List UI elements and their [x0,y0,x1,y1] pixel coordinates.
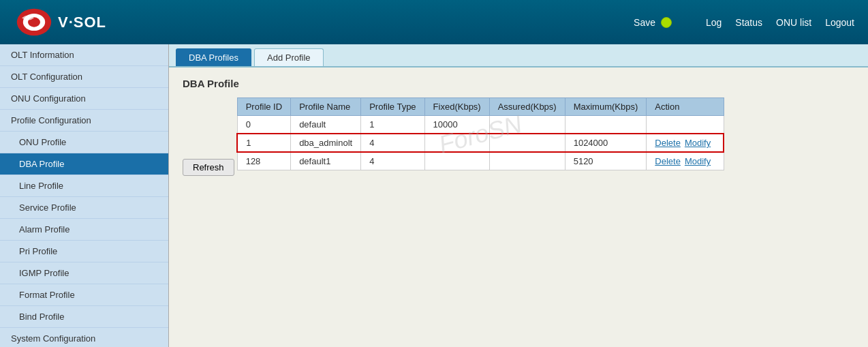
cell-profile-id: 1 [237,134,290,152]
col-header-profile-type: Profile Type [361,98,424,116]
col-header-maximum-kbps-: Maximum(Kbps) [565,98,647,116]
status-link[interactable]: Status [735,17,762,28]
dba-profile-table: Profile IDProfile NameProfile TypeFixed(… [236,97,724,170]
sidebar-item-igmp-profile[interactable]: IGMP Profile [0,262,168,284]
table-row: 128default145120DeleteModify [237,152,724,170]
cell-profile-id: 0 [237,116,290,134]
cell-fixed-kbps-: 10000 [424,116,489,134]
col-header-action: Action [647,98,724,116]
page-title: DBA Profile [183,78,854,89]
col-header-profile-id: Profile ID [237,98,290,116]
sidebar-item-olt-information[interactable]: OLT Information [0,44,168,66]
action-cell: DeleteModify [647,134,724,152]
cell-assured-kbps- [489,134,565,152]
cell-fixed-kbps- [424,152,489,170]
tab-bar: DBA ProfilesAdd Profile [169,44,868,67]
modify-link[interactable]: Modify [685,138,711,148]
save-area: Save [634,17,672,28]
header-row: Profile IDProfile NameProfile TypeFixed(… [237,98,724,116]
page-content: DBA Profile Refresh Profile IDProfile Na… [169,67,868,193]
cell-profile-type: 4 [361,134,424,152]
cell-profile-name: default [291,116,361,134]
action-cell [647,116,724,134]
header-nav: Save Log Status ONU list Logout [177,17,854,28]
cell-profile-name: default1 [291,152,361,170]
cell-fixed-kbps- [424,134,489,152]
sidebar-item-alarm-profile[interactable]: Alarm Profile [0,219,168,241]
refresh-button[interactable]: Refresh [183,159,234,176]
header: V·SOL Save Log Status ONU list Logout [0,0,868,44]
logo-icon [14,7,55,37]
sidebar-item-line-profile[interactable]: Line Profile [0,175,168,197]
cell-maximum-kbps-: 5120 [565,152,647,170]
delete-link[interactable]: Delete [655,138,681,148]
sidebar-item-format-profile[interactable]: Format Profile [0,284,168,306]
sidebar-item-onu-profile[interactable]: ONU Profile [0,132,168,153]
delete-link[interactable]: Delete [655,156,681,166]
cell-profile-type: 1 [361,116,424,134]
main-layout: OLT InformationOLT ConfigurationONU Conf… [0,44,868,347]
action-cell: DeleteModify [647,152,724,170]
cell-profile-id: 128 [237,152,290,170]
table-body: 0default1100001dba_adminolt41024000Delet… [237,116,724,170]
sidebar-item-pri-profile[interactable]: Pri Profile [0,241,168,262]
tab-dba-profiles[interactable]: DBA Profiles [176,48,251,66]
tab-add-profile[interactable]: Add Profile [254,48,324,66]
sidebar-item-service-profile[interactable]: Service Profile [0,197,168,219]
col-header-profile-name: Profile Name [291,98,361,116]
cell-assured-kbps- [489,116,565,134]
table-wrapper: Profile IDProfile NameProfile TypeFixed(… [236,97,724,170]
save-label: Save [634,17,655,28]
content-area: DBA ProfilesAdd Profile DBA Profile Refr… [169,44,868,347]
modify-link[interactable]: Modify [685,156,711,166]
sidebar-item-bind-profile[interactable]: Bind Profile [0,306,168,328]
logo-area: V·SOL [14,7,177,37]
table-row: 1dba_adminolt41024000DeleteModify [237,134,724,152]
cell-profile-name: dba_adminolt [291,134,361,152]
sidebar-item-dba-profile[interactable]: DBA Profile [0,153,168,175]
onu-list-link[interactable]: ONU list [776,17,811,28]
cell-profile-type: 4 [361,152,424,170]
log-link[interactable]: Log [706,17,722,28]
sidebar-item-system-configuration[interactable]: System Configuration [0,328,168,347]
col-header-fixed-kbps-: Fixed(Kbps) [424,98,489,116]
brand-name: V·SOL [58,14,106,31]
cell-maximum-kbps-: 1024000 [565,134,647,152]
sidebar-item-olt-configuration[interactable]: OLT Configuration [0,66,168,88]
sidebar: OLT InformationOLT ConfigurationONU Conf… [0,44,169,347]
col-header-assured-kbps-: Assured(Kbps) [489,98,565,116]
save-indicator [661,17,672,28]
logout-link[interactable]: Logout [825,17,854,28]
cell-maximum-kbps- [565,116,647,134]
table-header: Profile IDProfile NameProfile TypeFixed(… [237,98,724,116]
table-row: 0default110000 [237,116,724,134]
cell-assured-kbps- [489,152,565,170]
sidebar-item-onu-configuration[interactable]: ONU Configuration [0,88,168,110]
sidebar-item-profile-configuration: Profile Configuration [0,110,168,132]
